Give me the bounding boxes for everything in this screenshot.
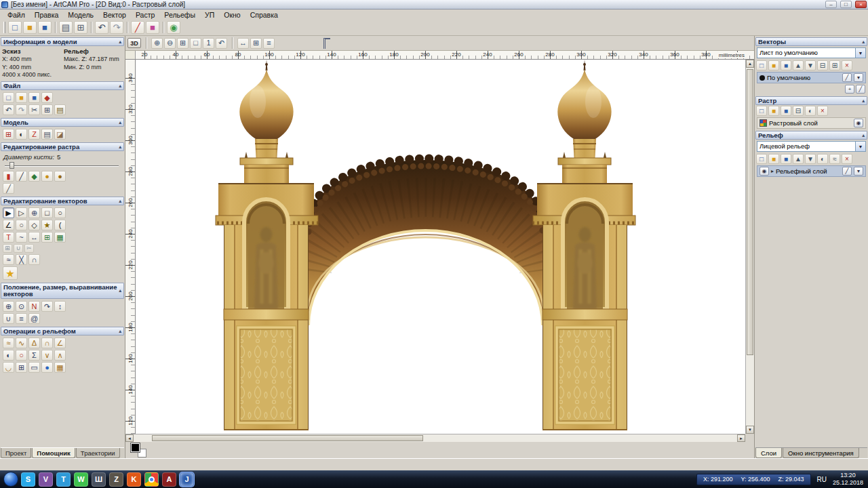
- sheet-snap-icon[interactable]: ⊞: [829, 60, 840, 70]
- delete-sheet-icon[interactable]: ×: [842, 60, 852, 70]
- smooth-relief-layer-icon[interactable]: ≈: [829, 154, 840, 164]
- skype-icon[interactable]: S: [21, 472, 35, 487]
- texture-ball-b-icon[interactable]: ●: [54, 171, 66, 182]
- create-polyline-icon[interactable]: ∠: [3, 220, 14, 230]
- paint-icon[interactable]: ▮: [3, 171, 14, 182]
- scroll-down-icon[interactable]: ▼: [746, 426, 754, 434]
- toggle-guides-icon[interactable]: ≡: [263, 38, 275, 49]
- start-button[interactable]: [3, 472, 18, 487]
- group-vectors-icon[interactable]: ⊞: [3, 244, 12, 253]
- grid-fill-icon[interactable]: ⊞: [41, 232, 53, 243]
- undo-icon[interactable]: ↶: [3, 104, 14, 115]
- join-curves-icon[interactable]: ∪: [3, 313, 14, 324]
- relief-layer-up-icon[interactable]: ▲: [793, 154, 804, 164]
- section-header-model[interactable]: Модель ▴: [1, 118, 124, 127]
- scroll-left-icon[interactable]: ◄: [125, 434, 134, 442]
- paste-icon[interactable]: ▤: [54, 104, 66, 115]
- menu-item[interactable]: Растр: [131, 11, 159, 19]
- zoom-previous-icon[interactable]: ↶: [216, 38, 227, 49]
- reference-guide-icon[interactable]: ■: [146, 21, 159, 34]
- create-rectangle-icon[interactable]: □: [41, 207, 53, 218]
- collapse-icon[interactable]: ▴: [119, 83, 121, 89]
- collapse-icon[interactable]: ▴: [862, 39, 865, 45]
- copy-icon[interactable]: ⊞: [41, 104, 53, 115]
- select-icon[interactable]: ▶: [3, 207, 14, 218]
- tab-project[interactable]: Проект: [1, 448, 31, 458]
- section-header-file[interactable]: Файл ▴: [1, 81, 124, 90]
- tab-layers[interactable]: Слои: [755, 448, 782, 458]
- dropdown-arrow-icon[interactable]: ▼: [855, 48, 865, 58]
- calculate-relief-icon[interactable]: Σ: [28, 350, 40, 361]
- section-header-relief-ops[interactable]: Операции с рельефом ▴: [1, 327, 124, 336]
- flood-fill-icon[interactable]: ◆: [28, 171, 40, 182]
- section-header-raster-edit[interactable]: Редактирование растра ▴: [1, 142, 124, 151]
- maximize-button[interactable]: □: [840, 1, 852, 8]
- primary-colour-swatch[interactable]: [131, 443, 140, 452]
- merge-low-icon[interactable]: ∧: [54, 350, 66, 361]
- artcam-jewelsmith-icon[interactable]: A: [162, 472, 176, 487]
- section-header-raster[interactable]: Растр ▴: [755, 96, 867, 105]
- floating-toolbar-grip[interactable]: [323, 38, 330, 49]
- merge-sheets-icon[interactable]: ⊟: [817, 60, 828, 70]
- export-model-icon[interactable]: ◆: [41, 92, 53, 103]
- position-size-icon[interactable]: ⊕: [3, 301, 14, 312]
- collapse-icon[interactable]: ▴: [119, 199, 121, 204]
- notes-icon[interactable]: ▤: [41, 129, 53, 140]
- relief-envelope-icon[interactable]: ▭: [28, 362, 40, 373]
- star-wizard-icon[interactable]: ★: [3, 266, 18, 280]
- delete-relief-layer-icon[interactable]: ×: [842, 154, 852, 164]
- view-3d-button[interactable]: 3D: [127, 38, 141, 48]
- layer-transparency-icon[interactable]: ◐: [805, 106, 816, 116]
- zbrush-icon[interactable]: Z: [109, 472, 123, 487]
- open-relief-layer-icon[interactable]: ■: [768, 154, 779, 164]
- add-sheet-button[interactable]: +: [845, 85, 854, 94]
- collapse-icon[interactable]: ▴: [862, 133, 865, 138]
- vector-layer-row[interactable]: По умолчанию ╱ ▾: [757, 72, 866, 83]
- save-sheet-icon[interactable]: ■: [781, 60, 791, 70]
- snap-grid-icon[interactable]: ⊞: [250, 38, 262, 49]
- collapse-icon[interactable]: ▴: [862, 98, 865, 104]
- zoom-fit-icon[interactable]: □: [190, 38, 201, 49]
- section-header-vector-edit[interactable]: Редактирование векторов ▴: [1, 197, 124, 205]
- preview-relief-icon[interactable]: ◉: [167, 21, 180, 34]
- relief-layer-row[interactable]: ◉ ▸ Рельефный слой ╱ ▾: [757, 165, 866, 177]
- mirror-vectors-icon[interactable]: N: [28, 301, 40, 312]
- viber-icon[interactable]: V: [39, 472, 53, 487]
- zoom-100-icon[interactable]: 1: [203, 38, 214, 49]
- tray-clock[interactable]: 13:20 25.12.2018: [833, 472, 863, 487]
- colour-picker-icon[interactable]: ╱: [16, 171, 27, 182]
- zoom-window-icon[interactable]: ⊞: [177, 38, 189, 49]
- open-model-icon[interactable]: ■: [23, 21, 37, 34]
- edit-layer-button[interactable]: ╱: [842, 73, 852, 82]
- text-on-curve-icon[interactable]: ~: [16, 232, 27, 243]
- edit-sheet-button[interactable]: ╱: [856, 85, 865, 94]
- save-raster-layer-icon[interactable]: ■: [781, 106, 791, 116]
- menu-item[interactable]: Рельефы: [159, 11, 200, 19]
- transform-icon[interactable]: ⊕: [28, 207, 40, 218]
- save-model-icon[interactable]: ■: [38, 21, 52, 34]
- centre-in-page-icon[interactable]: ⊙: [16, 301, 27, 312]
- telegram-icon[interactable]: T: [56, 472, 71, 487]
- new-relief-layer-icon[interactable]: □: [756, 154, 767, 164]
- layer-visibility-button[interactable]: ◉: [760, 167, 769, 176]
- tab-assistant[interactable]: Помощник: [32, 448, 75, 458]
- layer-options-button[interactable]: ▾: [854, 73, 863, 82]
- create-polygon-icon[interactable]: ◇: [28, 220, 40, 230]
- section-header-vectors[interactable]: Векторы ▴: [755, 37, 867, 46]
- relief-layer-down-icon[interactable]: ▼: [805, 154, 816, 164]
- sheet-select[interactable]: Лист по умолчанию ▼: [757, 47, 866, 58]
- colour-picker-widget[interactable]: [131, 443, 146, 458]
- slider-thumb[interactable]: [9, 162, 14, 169]
- open-sheet-icon[interactable]: ■: [768, 60, 779, 70]
- sphere-relief-icon[interactable]: ●: [41, 362, 53, 373]
- scroll-up-icon[interactable]: ▲: [746, 60, 754, 68]
- copy-relief-icon[interactable]: ⊞: [16, 362, 27, 373]
- rotate-vectors-icon[interactable]: ↷: [41, 301, 53, 312]
- layer-colour-dot[interactable]: [760, 75, 765, 81]
- menu-item[interactable]: Справка: [245, 11, 283, 19]
- lighting-icon[interactable]: ◐: [16, 129, 27, 140]
- redo-icon[interactable]: ↷: [110, 21, 123, 34]
- horizontal-scrollbar[interactable]: ◄ ►: [125, 434, 745, 442]
- layer-colour-swatch[interactable]: [760, 119, 767, 127]
- whatsapp-icon[interactable]: W: [74, 472, 88, 487]
